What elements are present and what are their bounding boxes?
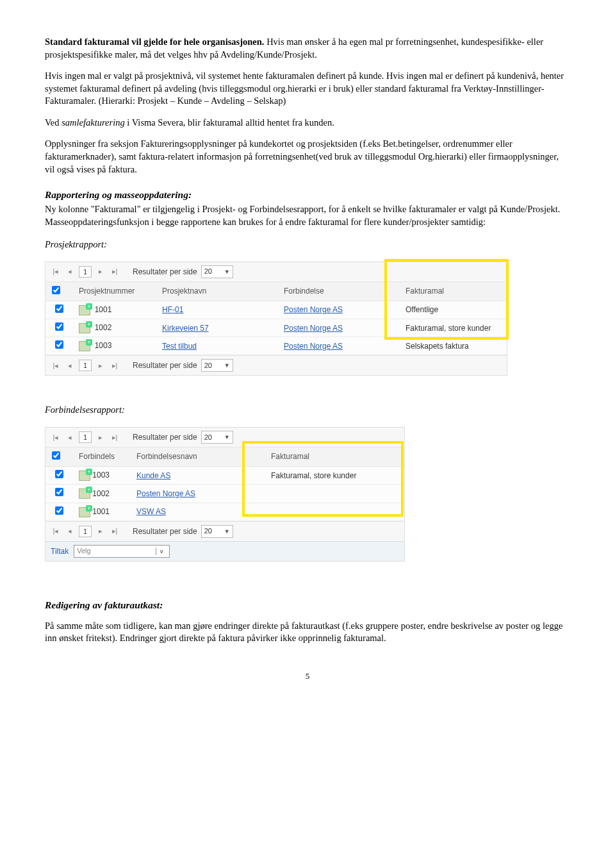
table-row: 1003 Test tilbud Posten Norge AS Selskap…	[45, 337, 507, 355]
forbindelse-link[interactable]: Posten Norge AS	[284, 342, 343, 351]
select-all-checkbox[interactable]	[52, 451, 60, 460]
results-per-page-label: Resultater per side	[133, 267, 197, 277]
pager-page-input[interactable]: 1	[79, 266, 92, 278]
project-link[interactable]: Test tilbud	[162, 342, 197, 351]
results-per-page-select[interactable]: 20 ▼	[201, 265, 233, 278]
pager-next-icon[interactable]: ▸	[95, 526, 106, 537]
account-icon[interactable]	[79, 488, 90, 499]
paragraph-3: Ved samlefakturering i Visma Severa, bli…	[45, 117, 570, 129]
tiltak-select[interactable]: Velg v	[74, 545, 170, 558]
results-per-page-select[interactable]: 20 ▼	[201, 525, 233, 538]
account-icon[interactable]	[79, 507, 90, 517]
results-per-page-label: Resultater per side	[133, 432, 197, 442]
row-checkbox[interactable]	[55, 305, 63, 313]
table-row: 1002 Kirkeveien 57 Posten Norge AS Faktu…	[45, 319, 507, 337]
pager-last-icon[interactable]: ▸|	[110, 432, 120, 442]
pager-bottom: |◂ ◂ 1 ▸ ▸| Resultater per side 20 ▼	[45, 355, 507, 375]
forbindelsesrapport-grid: |◂ ◂ 1 ▸ ▸| Resultater per side 20 ▼ For…	[45, 427, 405, 562]
col-forbindels[interactable]: Forbindels	[72, 447, 130, 467]
col-forbindelsesnavn[interactable]: Forbindelsesnavn	[130, 447, 265, 467]
cell-num: 1003	[95, 341, 112, 350]
cell-mal: Offentlige	[399, 301, 507, 319]
pager-next-icon[interactable]: ▸	[95, 432, 106, 442]
col-prosjektnummer[interactable]: Prosjektnummer	[72, 282, 156, 301]
header-row: Forbindels Forbindelsesnavn Fakturamal	[45, 447, 404, 467]
pager-bottom: |◂ ◂ 1 ▸ ▸| Resultater per side 20 ▼	[45, 521, 404, 541]
pager-first-icon[interactable]: |◂	[51, 267, 61, 277]
cell-mal: Selskapets faktura	[399, 337, 507, 355]
tiltak-label: Tiltak	[51, 546, 69, 556]
tiltak-row: Tiltak Velg v	[45, 541, 404, 561]
select-all-checkbox[interactable]	[52, 286, 60, 294]
table-row: 1001 VSW AS	[45, 503, 404, 521]
results-per-page-select[interactable]: 20 ▼	[201, 359, 233, 372]
subhead-prosjektrapport: Prosjektrapport:	[45, 238, 570, 251]
cell-num: 1003	[92, 471, 110, 480]
results-per-page-label: Resultater per side	[133, 360, 197, 371]
account-link[interactable]: Posten Norge AS	[136, 489, 195, 498]
project-icon[interactable]	[79, 341, 90, 351]
select-all-header[interactable]	[45, 282, 72, 301]
cell-num: 1001	[95, 305, 112, 314]
caret-down-icon: ▼	[224, 268, 230, 276]
results-value: 20	[204, 361, 212, 371]
project-link[interactable]: HF-01	[162, 305, 183, 314]
paragraph-2: Hvis ingen mal er valgt på prosjektnivå,…	[45, 70, 570, 108]
account-icon[interactable]	[79, 471, 90, 481]
forbindelse-link[interactable]: Posten Norge AS	[284, 324, 343, 333]
prosjektrapport-grid: |◂ ◂ 1 ▸ ▸| Resultater per side 20 ▼ Pro…	[45, 262, 507, 376]
cell-num: 1002	[95, 323, 112, 332]
results-value: 20	[204, 433, 212, 442]
forbindelse-link[interactable]: Posten Norge AS	[284, 305, 343, 314]
pager-last-icon[interactable]: ▸|	[110, 526, 120, 537]
caret-down-icon: ▼	[224, 528, 230, 535]
pager-page-input[interactable]: 1	[79, 360, 92, 371]
cell-mal: Fakturamal, store kunder	[399, 319, 507, 337]
account-link[interactable]: VSW AS	[136, 507, 166, 516]
dropdown-icon: v	[156, 547, 167, 555]
row-checkbox[interactable]	[55, 506, 63, 515]
table-row: 1002 Posten Norge AS	[45, 485, 404, 503]
pager-next-icon[interactable]: ▸	[95, 267, 106, 277]
table-row: 1001 HF-01 Posten Norge AS Offentlige	[45, 301, 507, 319]
pager-last-icon[interactable]: ▸|	[110, 267, 120, 277]
pager-prev-icon[interactable]: ◂	[65, 526, 75, 537]
paragraph-1: Standard fakturamal vil gjelde for hele …	[45, 36, 570, 61]
section-redigering-title: Redigering av fakturautkast:	[45, 599, 570, 612]
pager-first-icon[interactable]: |◂	[51, 432, 61, 442]
p3b: i Visma Severa, blir fakturamal alltid h…	[125, 117, 334, 128]
header-row: Prosjektnummer Prosjektnavn Forbindelse …	[45, 282, 507, 301]
col-prosjektnavn[interactable]: Prosjektnavn	[156, 282, 277, 301]
pager-last-icon[interactable]: ▸|	[110, 360, 120, 371]
project-icon[interactable]	[79, 323, 90, 333]
pager-first-icon[interactable]: |◂	[51, 360, 61, 371]
col-fakturamal[interactable]: Fakturamal	[399, 282, 507, 301]
select-all-header[interactable]	[45, 447, 72, 467]
project-icon[interactable]	[79, 305, 90, 315]
results-value: 20	[204, 267, 212, 276]
row-checkbox[interactable]	[55, 488, 63, 496]
pager-prev-icon[interactable]: ◂	[65, 360, 75, 371]
results-per-page-select[interactable]: 20 ▼	[201, 431, 233, 444]
caret-down-icon: ▼	[224, 362, 230, 369]
pager-prev-icon[interactable]: ◂	[65, 432, 75, 442]
page-number: 5	[45, 671, 570, 682]
pager-page-input[interactable]: 1	[79, 431, 92, 443]
pager-prev-icon[interactable]: ◂	[65, 267, 75, 277]
project-link[interactable]: Kirkeveien 57	[162, 324, 209, 333]
tiltak-value: Velg	[77, 546, 90, 556]
pager-next-icon[interactable]: ▸	[95, 360, 106, 371]
row-checkbox[interactable]	[55, 340, 63, 349]
row-checkbox[interactable]	[55, 470, 63, 478]
pager-page-input[interactable]: 1	[79, 526, 92, 537]
cell-num: 1001	[92, 507, 110, 516]
row-checkbox[interactable]	[55, 322, 63, 331]
cell-num: 1002	[92, 489, 110, 498]
section-rapportering-body: Ny kolonne "Fakturamal" er tilgjengelig …	[45, 203, 570, 228]
col-forbindelse[interactable]: Forbindelse	[277, 282, 399, 301]
account-link[interactable]: Kunde AS	[136, 471, 170, 480]
pager-first-icon[interactable]: |◂	[51, 526, 61, 537]
results-per-page-label: Resultater per side	[133, 526, 197, 537]
col-fakturamal[interactable]: Fakturamal	[265, 447, 404, 467]
subhead-forbindelsesrapport: Forbindelsesrapport:	[45, 404, 570, 417]
